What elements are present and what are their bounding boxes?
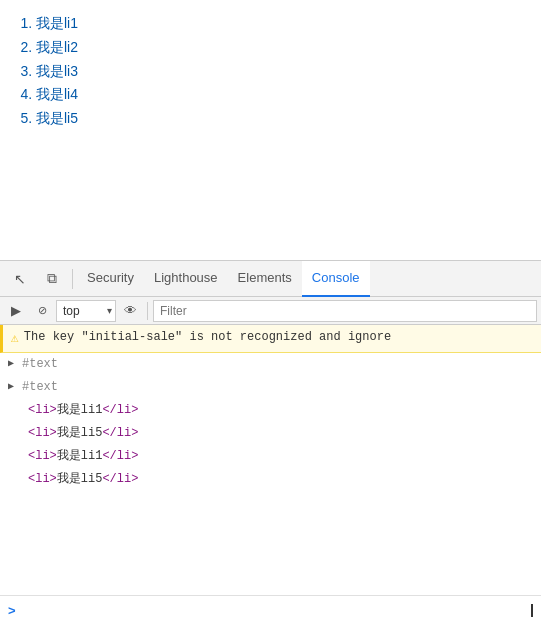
console-warning: ⚠ The key "initial-sale" is not recogniz… bbox=[0, 325, 541, 353]
console-output: ⚠ The key "initial-sale" is not recogniz… bbox=[0, 325, 541, 595]
layers-icon: ⧉ bbox=[47, 270, 57, 287]
list-item: 我是li2 bbox=[36, 36, 525, 60]
tab-elements[interactable]: Elements bbox=[228, 261, 302, 297]
block-button[interactable]: ⊘ bbox=[30, 299, 54, 323]
input-prompt-icon: > bbox=[8, 603, 16, 618]
tab-security[interactable]: Security bbox=[77, 261, 144, 297]
toolbar-divider bbox=[147, 302, 148, 320]
block-icon: ⊘ bbox=[38, 304, 47, 317]
layers-icon-button[interactable]: ⧉ bbox=[36, 261, 68, 297]
filter-input[interactable] bbox=[153, 300, 537, 322]
eye-icon: 👁 bbox=[124, 303, 137, 318]
list-item: 我是li4 bbox=[36, 83, 525, 107]
dom-node-li5b[interactable]: <li>我是li5</li> bbox=[0, 468, 541, 491]
main-content: 我是li1我是li2我是li3我是li4我是li5 bbox=[0, 0, 541, 260]
tree-label: #text bbox=[22, 355, 58, 374]
tabs-bar: ↖ ⧉ Security Lighthouse Elements Console bbox=[0, 261, 541, 297]
dom-node-li1b[interactable]: <li>我是li1</li> bbox=[0, 445, 541, 468]
tab-console[interactable]: Console bbox=[302, 261, 370, 297]
list-item: 我是li5 bbox=[36, 107, 525, 131]
tab-lighthouse[interactable]: Lighthouse bbox=[144, 261, 228, 297]
tree-arrow-icon: ▶ bbox=[8, 379, 18, 395]
console-input-row: > bbox=[0, 595, 541, 625]
console-toolbar: ▶ ⊘ top ▾ 👁 bbox=[0, 297, 541, 325]
list-item: 我是li3 bbox=[36, 60, 525, 84]
console-input[interactable] bbox=[22, 604, 531, 618]
cursor-icon-button[interactable]: ↖ bbox=[4, 261, 36, 297]
context-select-wrapper: top ▾ bbox=[56, 300, 116, 322]
tree-label: #text bbox=[22, 378, 58, 397]
eye-button[interactable]: 👁 bbox=[118, 299, 142, 323]
dom-node-li5a[interactable]: <li>我是li5</li> bbox=[0, 422, 541, 445]
list: 我是li1我是li2我是li3我是li4我是li5 bbox=[16, 12, 525, 131]
tree-arrow-icon: ▶ bbox=[8, 356, 18, 372]
tree-item-text2[interactable]: ▶ #text bbox=[0, 376, 541, 399]
dom-node-li1[interactable]: <li>我是li1</li> bbox=[0, 399, 541, 422]
list-item: 我是li1 bbox=[36, 12, 525, 36]
execute-button[interactable]: ▶ bbox=[4, 299, 28, 323]
cursor-blink bbox=[531, 604, 533, 617]
warning-icon: ⚠ bbox=[11, 329, 19, 349]
tree-item-text1[interactable]: ▶ #text bbox=[0, 353, 541, 376]
cursor-icon: ↖ bbox=[14, 271, 26, 287]
play-icon: ▶ bbox=[11, 303, 21, 318]
devtools-panel: ↖ ⧉ Security Lighthouse Elements Console… bbox=[0, 260, 541, 625]
tab-divider bbox=[72, 269, 73, 289]
context-select[interactable]: top bbox=[56, 300, 116, 322]
warning-text: The key "initial-sale" is not recognized… bbox=[24, 328, 391, 346]
